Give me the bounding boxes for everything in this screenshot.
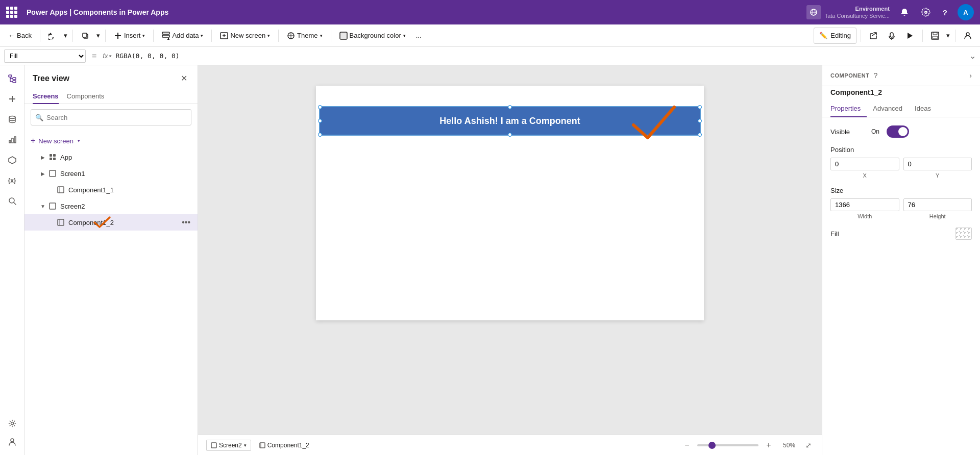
svg-rect-24: [13, 78, 16, 80]
sidebar-icon-variables[interactable]: {x}: [3, 171, 21, 190]
search-icon: 🔍: [35, 114, 43, 121]
tree-item-component1-2[interactable]: Component1_2 •••: [24, 214, 198, 231]
component1-2-label: Component1_2: [68, 219, 181, 226]
search-input[interactable]: [46, 114, 187, 121]
sidebar-icon-account[interactable]: [3, 433, 21, 451]
editing-button[interactable]: ✏️ Editing: [814, 28, 856, 44]
new-screen-button[interactable]: New screen ▾: [216, 28, 274, 44]
fx-indicator: fx ▾: [103, 52, 111, 60]
zoom-out-button[interactable]: −: [681, 439, 693, 451]
right-tabs: Properties Advanced Ideas: [822, 100, 980, 117]
position-x-input[interactable]: [830, 158, 899, 170]
notification-button[interactable]: [898, 6, 911, 19]
save-button[interactable]: [927, 28, 943, 44]
height-input[interactable]: [903, 198, 972, 211]
fill-label: Fill: [830, 230, 839, 238]
handle-tm[interactable]: [508, 105, 512, 109]
help-icon[interactable]: ?: [873, 71, 877, 80]
zoom-in-button[interactable]: +: [763, 439, 775, 451]
save-chevron[interactable]: ▾: [945, 28, 951, 44]
insert-chevron: ▾: [142, 33, 145, 38]
toolbar-separator-8: [861, 30, 861, 42]
size-label: Size: [830, 187, 972, 194]
fullscreen-button[interactable]: ⤢: [803, 439, 814, 451]
play-button[interactable]: [902, 28, 918, 44]
waffle-icon[interactable]: [6, 7, 17, 18]
svg-marker-18: [908, 33, 913, 39]
tab-advanced[interactable]: Advanced: [873, 100, 909, 117]
formula-input[interactable]: [115, 49, 965, 63]
undo-chevron[interactable]: ▾: [63, 28, 68, 44]
back-button[interactable]: ← Back: [4, 28, 36, 44]
property-select[interactable]: Fill: [4, 49, 86, 63]
tab-ideas[interactable]: Ideas: [915, 100, 937, 117]
new-screen-chevron: ▾: [78, 138, 80, 143]
visible-toggle[interactable]: [887, 125, 909, 138]
theme-button[interactable]: Theme ▾: [283, 28, 326, 44]
expand-icon-c11: [47, 186, 55, 194]
screen2-icon: [48, 201, 57, 211]
sidebar-icon-components[interactable]: [3, 151, 21, 169]
tree-item-screen2[interactable]: ▼ Screen2: [24, 198, 198, 214]
component-banner[interactable]: Hello Ashish! I am a Component: [319, 106, 701, 136]
copy-chevron[interactable]: ▾: [95, 28, 101, 44]
handle-bm[interactable]: [508, 133, 512, 137]
x-label: X: [830, 172, 899, 179]
component-badge[interactable]: Component1_2: [255, 440, 313, 450]
sidebar-icon-insert[interactable]: [3, 90, 21, 108]
env-icon: [806, 5, 821, 19]
sidebar-icon-search[interactable]: [3, 192, 21, 210]
screen-badge[interactable]: Screen2 ▾: [206, 440, 251, 451]
fill-swatch[interactable]: [955, 228, 972, 240]
copy-button[interactable]: [77, 28, 93, 44]
sidebar-icon-settings[interactable]: [3, 414, 21, 433]
handle-mr[interactable]: [698, 119, 702, 123]
tree-item-screen1[interactable]: ▶ Screen1: [24, 165, 198, 182]
environment-info: Environment Tata Consultancy Servic...: [806, 5, 890, 20]
expand-icon-screen1: ▶: [39, 169, 47, 178]
formula-expand-icon[interactable]: ⌄: [969, 51, 976, 61]
right-panel-collapse-button[interactable]: ›: [969, 71, 972, 80]
more-options-button[interactable]: •••: [181, 217, 191, 228]
new-screen-label: New screen: [230, 32, 265, 39]
handle-bl[interactable]: [318, 133, 322, 137]
new-screen-label-tree: New screen: [38, 137, 74, 145]
share-button[interactable]: [865, 28, 881, 44]
pencil-icon: ✏️: [819, 32, 827, 39]
handle-tr[interactable]: [698, 105, 702, 109]
sidebar-icon-charts[interactable]: [3, 131, 21, 149]
new-screen-chevron: ▾: [267, 33, 270, 38]
height-label: Height: [903, 213, 972, 219]
more-button[interactable]: ...: [412, 28, 426, 44]
background-color-button[interactable]: Background color ▾: [335, 28, 410, 44]
component1-2-icon: [56, 218, 65, 227]
add-data-button[interactable]: Add data ▾: [158, 28, 207, 44]
chevron-down-icon-2: ▾: [96, 32, 100, 39]
width-input[interactable]: [830, 198, 899, 211]
handle-br[interactable]: [698, 133, 702, 137]
tab-components[interactable]: Components: [67, 89, 105, 104]
position-y-input[interactable]: [903, 158, 972, 170]
tree-item-component1-1[interactable]: Component1_1: [24, 182, 198, 198]
undo-button[interactable]: [44, 28, 61, 44]
zoom-slider[interactable]: [697, 444, 758, 446]
help-button[interactable]: ?: [941, 6, 949, 19]
tab-screens[interactable]: Screens: [33, 89, 59, 104]
audio-button[interactable]: [884, 28, 900, 44]
tree-tabs: Screens Components: [24, 85, 198, 104]
sidebar-icon-treeview[interactable]: [3, 69, 21, 88]
sidebar-icon-data[interactable]: [3, 110, 21, 129]
settings-button[interactable]: [919, 6, 933, 19]
new-screen-button-tree[interactable]: + New screen ▾: [24, 133, 86, 149]
tab-properties[interactable]: Properties: [830, 100, 867, 117]
user-avatar[interactable]: A: [958, 4, 974, 20]
profile-button[interactable]: [960, 28, 976, 44]
component-banner-text: Hello Ashish! I am a Component: [439, 116, 580, 127]
tree-close-button[interactable]: ✕: [179, 71, 189, 85]
handle-tl[interactable]: [318, 105, 322, 109]
component-section-label: COMPONENT: [830, 72, 869, 79]
tree-item-app[interactable]: ▶ App: [24, 149, 198, 165]
tree-search-box: 🔍: [31, 109, 191, 125]
handle-ml[interactable]: [318, 119, 322, 123]
insert-button[interactable]: Insert ▾: [110, 28, 150, 44]
